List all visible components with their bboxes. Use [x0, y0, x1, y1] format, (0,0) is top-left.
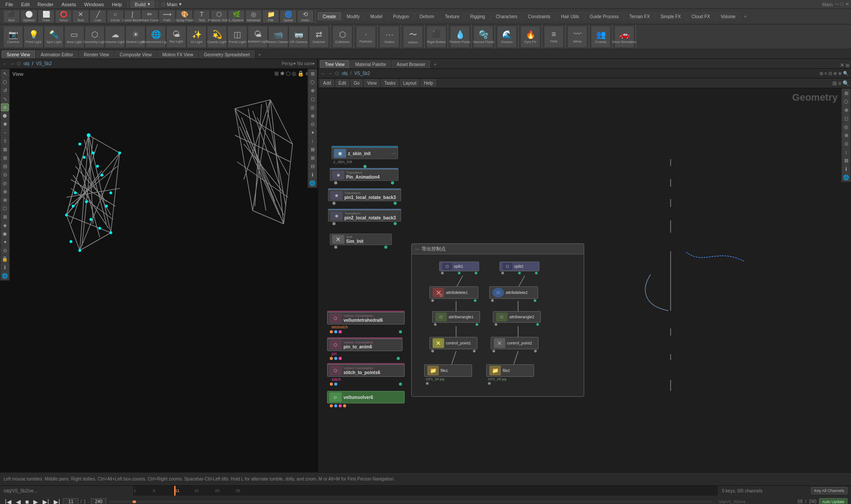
lv-tool19[interactable]: ◉ — [1, 230, 9, 238]
drivesim-tool[interactable]: 🚗 Drive Simulation — [614, 26, 634, 48]
distantlight-tool[interactable]: ☀ Distant Light — [125, 26, 145, 48]
right-tabs-add[interactable]: + — [431, 60, 439, 68]
viewport-tool2[interactable]: ✱ — [280, 70, 285, 77]
ne-rt5[interactable]: ◎ — [842, 123, 850, 131]
rigidbodies-tool[interactable]: ⬛ Rigid Bodies — [426, 26, 446, 48]
tab-rigging[interactable]: Rigging — [465, 12, 490, 20]
viewport-path-label[interactable]: VS_5b2 — [36, 61, 52, 66]
pb-frame-input[interactable]: 11 — [63, 498, 78, 504]
ne-path[interactable]: VS_5b2 — [354, 71, 370, 76]
rv-tool9[interactable]: ↕ — [308, 137, 316, 145]
lv-tool21[interactable]: ⊙ — [1, 246, 9, 254]
key-all-channels-btn[interactable]: Key All Channels — [811, 487, 847, 494]
grains-tool[interactable]: ⋯ Grains — [379, 26, 399, 48]
tab-constraints[interactable]: Constraints — [523, 12, 555, 20]
path-tool[interactable]: ⟿ Path — [159, 10, 176, 23]
helix-tool[interactable]: ⟲ Helix — [297, 10, 314, 23]
node-sim-init[interactable]: ✕ Null Sim_Init — [330, 234, 392, 249]
tube-tool[interactable]: ⬜ Tube — [38, 10, 55, 23]
menu-help[interactable]: Help — [108, 1, 125, 8]
particlefluids-tool[interactable]: 💧 Particle Fluids — [450, 26, 470, 48]
torus-tool[interactable]: ⭕ Torus — [55, 10, 72, 23]
panel-node-attribdelete1[interactable]: ✕ ⊡ attribdelete1 — [429, 286, 478, 302]
panel-node-split1[interactable]: ⊡ split1 — [439, 262, 479, 275]
panel-node-file1[interactable]: 📁 file1 CP1_SF.ply — [424, 364, 472, 385]
timeline-slider-handle[interactable] — [133, 500, 136, 503]
camera-tool[interactable]: 📷 Camera — [3, 26, 23, 48]
main-selector[interactable]: ⬡ Main ▾ — [160, 1, 184, 7]
particles-tool[interactable]: · Particles — [356, 26, 376, 48]
rv-tool2[interactable]: ⬡ — [308, 78, 316, 86]
lv-tool13[interactable]: ◎ — [1, 179, 9, 187]
tab-compositeview[interactable]: Composite View — [115, 51, 156, 59]
lv-tool7[interactable]: → — [1, 129, 9, 137]
ne-snap[interactable]: ⊞ — [832, 80, 837, 86]
tab-hairutils[interactable]: Hair Utils — [556, 12, 584, 20]
portallight-tool[interactable]: ◫ Portal Light — [227, 26, 247, 48]
viewport-persp-btn[interactable]: Persp▾ — [281, 61, 295, 66]
ne-icon6[interactable]: 🔍 — [843, 71, 848, 76]
tab-texture[interactable]: Texture — [440, 12, 465, 20]
pb-next-frame[interactable]: ▶| — [41, 498, 51, 504]
ne-rt-info[interactable]: ℹ — [842, 165, 850, 173]
ne-rt4[interactable]: ◻ — [842, 114, 850, 122]
viscousfluids-tool[interactable]: 🫧 Viscous Fluids — [473, 26, 493, 48]
circle-tool[interactable]: ○ Circle — [107, 10, 124, 23]
ne-rt6[interactable]: ⊗ — [842, 131, 850, 139]
ne-icon3[interactable]: ⊟ — [828, 71, 832, 76]
lv-tool18[interactable]: ◈ — [1, 221, 9, 229]
vellum-tool[interactable]: 〜 Vellum — [403, 26, 423, 48]
lv-active[interactable]: ⊕ — [1, 103, 9, 111]
pb-prev-frame[interactable]: ◀ — [15, 498, 22, 504]
text-tool[interactable]: T Text — [193, 10, 210, 23]
panel-node-attribwrangle2[interactable]: ⊡ attribwrangle2 — [493, 311, 541, 326]
panel-node-attribdelete2[interactable]: ⊡ attribdelete2 — [489, 286, 538, 302]
lv-tool14[interactable]: ⊗ — [1, 188, 9, 195]
lv-tool24[interactable]: 🌐 — [1, 272, 9, 280]
rv-tool6[interactable]: ⊗ — [308, 112, 316, 120]
lv-tool8[interactable]: ⇧ — [1, 137, 9, 145]
volumelight-tool[interactable]: ☁ Volume Light — [105, 26, 125, 48]
lv-tool20[interactable]: ✦ — [1, 238, 9, 246]
rv-tool11[interactable]: ⊞ — [308, 154, 316, 162]
node-pin1-local[interactable]: ⬢ Transform pin1_local_rotate_back3 — [328, 188, 401, 205]
switcher-tool[interactable]: ⇄ Switcher — [309, 26, 329, 48]
node-editor-canvas[interactable]: Geometry — [318, 88, 851, 472]
export-panel[interactable]: ─ 导出控制点 — [411, 243, 584, 397]
ne-rt8[interactable]: ↕ — [842, 148, 850, 156]
lv-tool11[interactable]: ⊟ — [1, 162, 9, 170]
ne-edit[interactable]: Edit — [336, 79, 349, 87]
lv-tool22[interactable]: 🔒 — [1, 255, 9, 263]
ne-icon1[interactable]: ⊞ — [820, 71, 823, 76]
tab-renderview[interactable]: Render View — [79, 51, 114, 59]
lv-tool12[interactable]: ⊙ — [1, 171, 9, 179]
spraypaint-tool[interactable]: 🎨 Spray Paint — [176, 10, 193, 23]
maximize-btn[interactable]: □ — [840, 1, 843, 7]
lsystem-tool[interactable]: 🌿 L-System — [228, 10, 245, 23]
curvebezier-tool[interactable]: ∫ Curve Bezier — [124, 10, 141, 23]
right-panel-expand[interactable]: ⊞ — [846, 63, 849, 68]
lv-tool17[interactable]: ⊞ — [1, 213, 9, 221]
timeline-slider[interactable] — [108, 500, 713, 503]
lv-tool6[interactable]: ✱ — [1, 120, 9, 128]
node-stitch-to-points[interactable]: ⬡ Vellum Constraints stitch_to_points6 s… — [327, 363, 405, 386]
collisions-tool[interactable]: ⬡ Collisions — [332, 26, 352, 48]
viewport-tabs-add[interactable]: + — [255, 51, 263, 59]
ne-grid[interactable]: ≡ — [838, 80, 841, 86]
auto-update-btn[interactable]: Auto Update — [819, 498, 847, 504]
tab-materialpalette[interactable]: Material Palette — [350, 60, 390, 68]
viewport[interactable]: View ⊞ ✱ ⬡ ◎ 🔒 ⊕ ⊗ — [0, 69, 317, 472]
tab-terrainfx[interactable]: Terrain FX — [625, 12, 655, 20]
viewport-obj-label[interactable]: obj — [23, 61, 29, 66]
viewport-tool4[interactable]: ◎ — [292, 70, 296, 77]
causticlight-tool[interactable]: 💫 Caustic Light — [207, 26, 227, 48]
ne-back[interactable]: ← — [321, 71, 325, 76]
node-pin-animation4[interactable]: ⬢ Transform Pin_Animation4 — [330, 168, 398, 185]
rv-tool3[interactable]: ⊕ — [308, 86, 316, 94]
ne-obj[interactable]: obj — [342, 71, 347, 76]
platonic-tool[interactable]: ⬡ Platonic Solid — [211, 10, 227, 23]
menu-edit[interactable]: Edit — [18, 1, 33, 8]
timeline-track[interactable]: 1 5 10 15 20 25 11 — [133, 486, 718, 496]
arealight-tool[interactable]: ▭ Area Light — [64, 26, 84, 48]
rv-info[interactable]: ℹ — [308, 171, 316, 179]
